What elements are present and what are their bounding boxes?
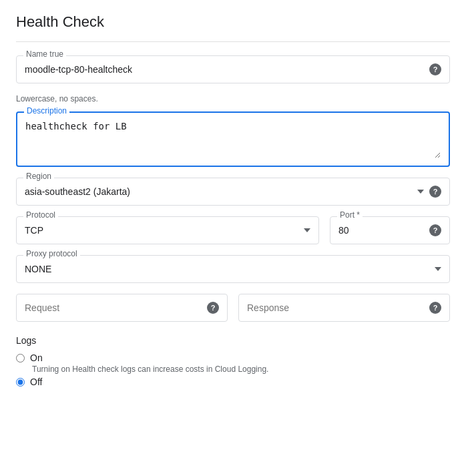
name-field-group: Name true ?	[16, 55, 450, 83]
proxy-protocol-input-row: NONE PROXY_V1	[25, 261, 441, 277]
response-input[interactable]	[247, 300, 424, 316]
logs-on-hint: Turning on Health check logs can increas…	[32, 365, 450, 374]
request-help-icon[interactable]: ?	[207, 302, 219, 314]
protocol-port-row: Protocol TCP HTTP HTTPS Port * ?	[16, 216, 450, 244]
request-field-group: ?	[16, 294, 228, 322]
logs-on-label: On	[30, 352, 43, 363]
logs-radio-group: On Turning on Health check logs can incr…	[16, 352, 450, 387]
protocol-input-row: TCP HTTP HTTPS	[25, 222, 310, 238]
name-input[interactable]	[25, 61, 424, 77]
description-field-group: Description healthcheck for LB	[16, 111, 450, 167]
name-help-icon[interactable]: ?	[429, 63, 441, 75]
name-input-row: ?	[25, 61, 441, 77]
name-hint: Lowercase, no spaces.	[16, 94, 450, 103]
logs-off-radio[interactable]	[16, 378, 25, 387]
logs-title: Logs	[16, 335, 450, 346]
port-label: Port *	[337, 210, 363, 220]
protocol-field-group: Protocol TCP HTTP HTTPS	[16, 216, 319, 244]
port-field-group: Port * ?	[330, 216, 450, 244]
region-select[interactable]: asia-southeast2 (Jakarta)	[25, 184, 412, 200]
request-response-row: ? ?	[16, 294, 450, 322]
response-help-icon[interactable]: ?	[429, 302, 441, 314]
logs-off-label: Off	[30, 377, 42, 387]
request-input-row: ?	[25, 300, 219, 316]
protocol-select[interactable]: TCP HTTP HTTPS	[25, 222, 298, 238]
request-input[interactable]	[25, 300, 202, 316]
logs-on-item: On Turning on Health check logs can incr…	[16, 352, 450, 374]
logs-off-row: Off	[16, 377, 450, 387]
port-help-icon[interactable]: ?	[429, 224, 441, 236]
description-label: Description	[24, 106, 69, 115]
response-field-group: ?	[238, 294, 450, 322]
logs-on-row: On	[16, 352, 450, 363]
proxy-protocol-dropdown-arrow[interactable]	[435, 267, 441, 271]
page-title: Health Check	[16, 13, 450, 42]
region-label: Region	[23, 172, 54, 181]
region-help-icon[interactable]: ?	[429, 186, 441, 198]
logs-off-item: Off	[16, 377, 450, 387]
proxy-protocol-label: Proxy protocol	[23, 249, 80, 258]
proxy-protocol-select[interactable]: NONE PROXY_V1	[25, 261, 429, 277]
region-field-group: Region asia-southeast2 (Jakarta) ?	[16, 178, 450, 206]
description-input[interactable]: healthcheck for LB	[25, 118, 441, 158]
region-input-row: asia-southeast2 (Jakarta) ?	[25, 184, 441, 200]
port-input[interactable]	[338, 222, 424, 238]
logs-section: Logs On Turning on Health check logs can…	[16, 335, 450, 387]
protocol-label: Protocol	[23, 210, 58, 220]
region-dropdown-arrow[interactable]	[417, 190, 424, 194]
proxy-protocol-field-group: Proxy protocol NONE PROXY_V1	[16, 255, 450, 283]
name-label: Name true	[23, 49, 66, 59]
port-input-row: ?	[338, 222, 441, 238]
protocol-dropdown-arrow[interactable]	[304, 228, 310, 232]
response-input-row: ?	[247, 300, 441, 316]
logs-on-radio[interactable]	[16, 354, 25, 363]
